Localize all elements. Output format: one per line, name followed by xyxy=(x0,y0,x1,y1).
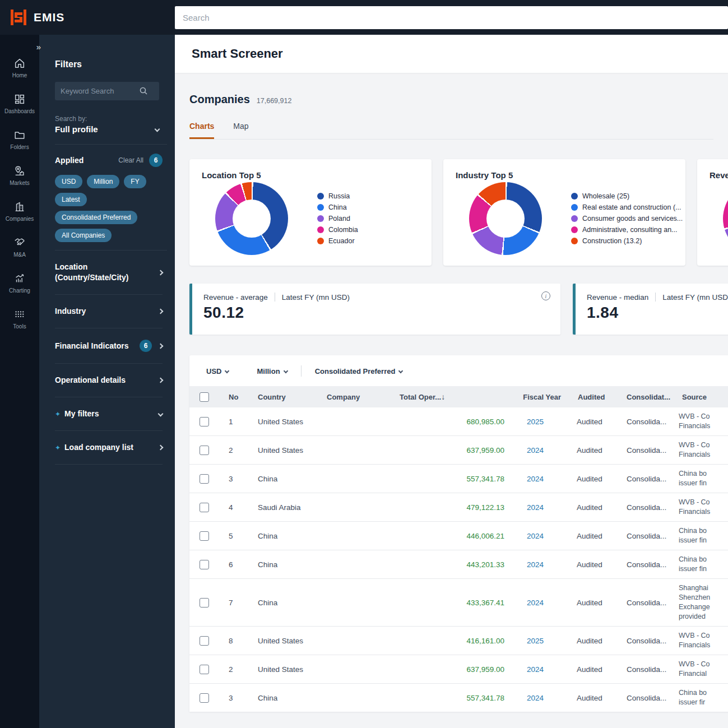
cell-consolidated: Consolida... xyxy=(611,446,666,455)
cell-source: WVB - CoFinancials xyxy=(666,627,728,655)
tab-charts[interactable]: Charts xyxy=(189,122,214,139)
filter-section-industry[interactable]: Industry xyxy=(55,295,163,328)
dropdown-million[interactable]: Million xyxy=(257,367,287,375)
filter-section-load-company-list[interactable]: ✦Load company list xyxy=(55,431,163,465)
search-by-select[interactable]: Full profile xyxy=(55,124,159,134)
legend-dot-icon xyxy=(317,204,324,211)
emis-logo-icon xyxy=(9,8,28,27)
column-header-company[interactable]: Company xyxy=(327,393,400,401)
table-row[interactable]: 4 Saudi Arabia 479,122.13 2024 Audited C… xyxy=(189,493,728,521)
filter-section-operational-details[interactable]: Operational details xyxy=(55,364,163,397)
donut-chart[interactable] xyxy=(723,182,728,255)
row-checkbox[interactable] xyxy=(200,560,209,569)
cell-consolidated: Consolida... xyxy=(611,503,666,512)
cell-consolidated: Consolida... xyxy=(611,560,666,569)
fiscal-year-link[interactable]: 2024 xyxy=(527,532,544,540)
dropdown-consolidated-preferred[interactable]: Consolidated Preferred xyxy=(315,367,403,375)
legend-item[interactable]: Russia xyxy=(317,192,358,200)
sidebar-item-charting[interactable]: Charting xyxy=(0,272,39,294)
applied-chip[interactable]: FY xyxy=(124,175,146,188)
legend-item[interactable]: Colombia xyxy=(317,226,358,234)
legend-dot-icon xyxy=(571,226,578,233)
row-checkbox[interactable] xyxy=(200,636,209,646)
applied-chip[interactable]: Million xyxy=(87,175,119,188)
donut-chart[interactable] xyxy=(469,182,542,255)
applied-chip[interactable]: Consolidated Preferred xyxy=(55,211,137,224)
cell-consolidated: Consolida... xyxy=(611,665,666,674)
table-row[interactable]: 8 United States 416,161.00 2025 Audited … xyxy=(189,626,728,655)
table-row[interactable]: 2 United States 637,959.00 2024 Audited … xyxy=(189,655,728,683)
legend-item[interactable]: China xyxy=(317,203,358,211)
collapse-panel-button[interactable]: » xyxy=(31,39,46,54)
sidebar-item-companies[interactable]: Companies xyxy=(0,201,39,222)
fiscal-year-link[interactable]: 2024 xyxy=(527,560,544,569)
fiscal-year-link[interactable]: 2024 xyxy=(527,599,544,607)
fiscal-year-link[interactable]: 2025 xyxy=(527,637,544,645)
table-row[interactable]: 5 China 446,006.21 2024 Audited Consolid… xyxy=(189,521,728,550)
table-row[interactable]: 2 United States 637,959.00 2024 Audited … xyxy=(189,435,728,464)
table-row[interactable]: 3 China 557,341.78 2024 Audited Consolid… xyxy=(189,464,728,493)
cell-audited: Audited xyxy=(561,532,611,540)
row-checkbox-cell xyxy=(189,636,219,646)
fiscal-year-link[interactable]: 2024 xyxy=(527,475,544,483)
column-header-no[interactable]: No xyxy=(219,393,258,401)
legend-item[interactable]: Administrative, consulting an... xyxy=(571,226,683,234)
table-row[interactable]: 1 United States 680,985.00 2025 Audited … xyxy=(189,407,728,435)
cell-no: 7 xyxy=(219,599,258,607)
legend-dot-icon xyxy=(317,238,324,244)
select-all-checkbox[interactable] xyxy=(200,392,209,402)
fiscal-year-link[interactable]: 2025 xyxy=(527,418,544,426)
legend-item[interactable]: Construction (13.2) xyxy=(571,237,683,245)
applied-chip[interactable]: All Companies xyxy=(55,229,112,242)
donut-chart[interactable] xyxy=(215,182,288,255)
row-checkbox[interactable] xyxy=(200,665,209,674)
column-header-consolidat[interactable]: Consolidat... xyxy=(611,393,666,401)
table-row[interactable]: 6 China 443,201.33 2024 Audited Consolid… xyxy=(189,550,728,578)
column-header-country[interactable]: Country xyxy=(258,393,327,401)
table-row[interactable]: 3 China 557,341.78 2024 Audited Consolid… xyxy=(189,683,728,712)
cell-no: 3 xyxy=(219,475,258,483)
legend-item[interactable]: Ecuador xyxy=(317,237,358,245)
global-search-input[interactable] xyxy=(175,6,728,29)
legend-item[interactable]: Consumer goods and services... xyxy=(571,215,683,222)
filter-section-my-filters[interactable]: ✦My filters xyxy=(55,397,163,431)
table-row[interactable]: 7 China 433,367.41 2024 Audited Consolid… xyxy=(189,578,728,626)
row-checkbox[interactable] xyxy=(200,693,209,703)
sidebar-item-ma[interactable]: M&A xyxy=(0,237,39,258)
fiscal-year-link[interactable]: 2024 xyxy=(527,694,544,702)
row-checkbox[interactable] xyxy=(200,446,209,455)
sidebar-item-home[interactable]: Home xyxy=(0,57,39,78)
applied-chip[interactable]: USD xyxy=(55,175,82,188)
row-checkbox[interactable] xyxy=(200,531,209,541)
column-header-totaloper[interactable]: Total Oper...↓ xyxy=(400,392,510,401)
column-header-audited[interactable]: Audited xyxy=(561,393,611,401)
row-checkbox[interactable] xyxy=(200,417,209,426)
cell-audited: Audited xyxy=(561,637,611,645)
sidebar-item-label: Charting xyxy=(9,288,30,294)
row-checkbox[interactable] xyxy=(200,474,209,484)
sidebar-item-tools[interactable]: Tools xyxy=(0,308,39,330)
legend-item[interactable]: Real estate and construction (... xyxy=(571,203,683,211)
legend-item[interactable]: Poland xyxy=(317,215,358,222)
sort-desc-icon: ↓ xyxy=(441,392,445,401)
column-header-fiscalyear[interactable]: Fiscal Year xyxy=(510,393,561,401)
filter-section-location-country-state-city-[interactable]: Location (Country/State/City) xyxy=(55,251,163,295)
row-checkbox[interactable] xyxy=(200,503,209,512)
column-header-source[interactable]: Source xyxy=(666,393,728,401)
row-checkbox[interactable] xyxy=(200,598,209,608)
filter-section-financial-indicators[interactable]: Financial Indicators6 xyxy=(55,328,163,364)
info-icon[interactable]: i xyxy=(541,291,550,300)
fiscal-year-link[interactable]: 2024 xyxy=(527,665,544,674)
clear-all-button[interactable]: Clear All xyxy=(118,156,143,164)
fiscal-year-link[interactable]: 2024 xyxy=(527,503,544,512)
filters-title: Filters xyxy=(55,59,167,69)
sidebar-item-dashboards[interactable]: Dashboards xyxy=(0,93,39,114)
fiscal-year-link[interactable]: 2024 xyxy=(527,446,544,455)
legend-item[interactable]: Wholesale (25) xyxy=(571,192,683,200)
sidebar-item-folders[interactable]: Folders xyxy=(0,129,39,150)
applied-chip[interactable]: Latest xyxy=(55,193,87,206)
tab-map[interactable]: Map xyxy=(233,122,248,139)
dropdown-usd[interactable]: USD xyxy=(206,367,229,375)
sidebar-item-markets[interactable]: Markets xyxy=(0,165,39,186)
brand-logo[interactable]: EMIS xyxy=(0,0,175,35)
